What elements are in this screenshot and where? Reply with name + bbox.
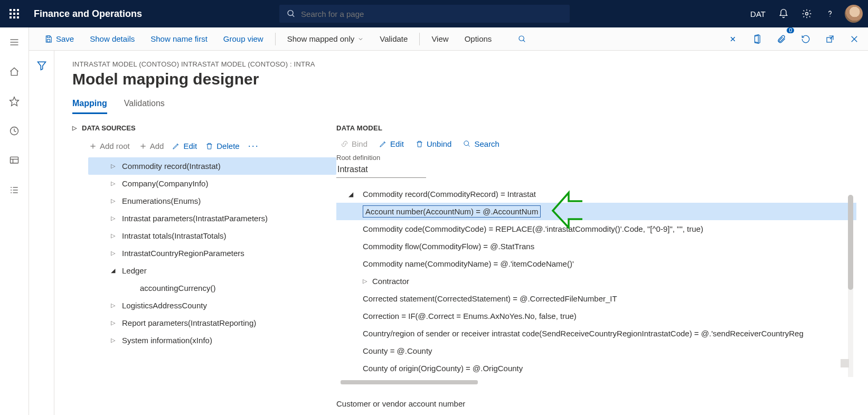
tree-item[interactable]: ▷Intrastat totals(IntrastatTotals) xyxy=(88,227,336,244)
resize-handle[interactable] xyxy=(841,359,849,367)
tree-item[interactable]: ▷Enumerations(Enums) xyxy=(88,192,336,210)
divider xyxy=(419,33,420,45)
svg-point-20 xyxy=(519,36,524,41)
tree-item[interactable]: ▷Commodity record(Intrastat) xyxy=(88,157,336,175)
app-launcher-icon[interactable] xyxy=(5,5,23,23)
dm-tree-item[interactable]: County of origin(OrigCounty) = @.OrigCou… xyxy=(336,360,856,377)
infolog-icon[interactable] xyxy=(724,31,741,48)
horizontal-scrollbar[interactable] xyxy=(341,380,478,384)
filter-icon[interactable] xyxy=(36,60,47,415)
data-model-tree: ◢Commodity record(CommodityRecord) = Int… xyxy=(336,185,856,377)
modules-icon[interactable] xyxy=(6,182,23,199)
search-icon xyxy=(287,9,296,18)
delete-button[interactable]: Delete xyxy=(205,142,239,150)
content-area: INTRASTAT MODEL (CONTOSO) INTRASTAT MODE… xyxy=(54,51,868,415)
star-icon[interactable] xyxy=(6,93,23,110)
tree-item[interactable]: ◢Ledger xyxy=(88,262,336,279)
collapse-icon[interactable]: ▷ xyxy=(72,125,77,131)
page-title: Model mapping designer xyxy=(72,70,856,88)
status-text: Customer or vendor account number xyxy=(336,399,856,408)
svg-point-28 xyxy=(464,141,469,146)
dm-tree-item[interactable]: Corrected statement(CorrectedStatement) … xyxy=(336,290,856,307)
tree-item[interactable]: ▷Intrastat parameters(IntrastatParameter… xyxy=(88,210,336,227)
tabs: Mapping Validations xyxy=(72,99,856,115)
hamburger-icon[interactable] xyxy=(6,34,23,51)
dm-tree-item[interactable]: Commodity name(CommodityName) = @.'itemC… xyxy=(336,255,856,272)
dm-tree-item[interactable]: Correction = IF(@.Correct = Enums.AxNoYe… xyxy=(336,307,856,325)
workspace-icon[interactable] xyxy=(6,152,23,169)
data-sources-panel: ▷ DATA SOURCES ＋Add root ＋Add Edit Delet… xyxy=(72,124,336,410)
svg-point-2 xyxy=(806,13,808,15)
gear-icon[interactable] xyxy=(798,5,815,22)
vertical-scrollbar[interactable] xyxy=(848,195,853,377)
top-nav-bar: Finance and Operations DAT xyxy=(0,0,868,27)
popout-icon[interactable] xyxy=(822,31,838,48)
scrollbar-thumb[interactable] xyxy=(848,195,853,290)
dm-tree-item[interactable]: Commodity flow(CommodityFlow) = @.StatTr… xyxy=(336,238,856,255)
dm-tree-item[interactable]: Commodity code(CommodityCode) = REPLACE(… xyxy=(336,220,856,238)
tree-item[interactable]: ▷Report parameters(IntrastatReporting) xyxy=(88,314,336,332)
close-icon[interactable] xyxy=(846,31,863,48)
group-view-button[interactable]: Group view xyxy=(216,31,271,46)
tree-item[interactable]: ▷Company(CompanyInfo) xyxy=(88,175,336,192)
svg-line-1 xyxy=(293,15,295,17)
bind-button: Bind xyxy=(341,139,367,148)
data-sources-toolbar: ＋Add root ＋Add Edit Delete ··· xyxy=(88,139,336,152)
company-code[interactable]: DAT xyxy=(747,10,769,18)
options-button[interactable]: Options xyxy=(457,31,499,46)
avatar[interactable] xyxy=(845,5,863,23)
unbind-button[interactable]: Unbind xyxy=(416,139,452,148)
dm-tree-root[interactable]: ◢Commodity record(CommodityRecord) = Int… xyxy=(336,185,856,203)
home-icon[interactable] xyxy=(6,63,23,80)
root-definition-value[interactable]: Intrastat xyxy=(336,163,426,178)
dm-edit-button[interactable]: Edit xyxy=(379,139,404,148)
refresh-icon[interactable] xyxy=(797,31,814,48)
tree-item[interactable]: accountingCurrency() xyxy=(88,279,336,297)
edit-button[interactable]: Edit xyxy=(172,142,197,150)
dm-search-button[interactable]: Search xyxy=(463,139,499,148)
dm-tree-item[interactable]: County = @.County xyxy=(336,342,856,360)
chevron-down-icon xyxy=(357,36,364,42)
attachments-icon[interactable]: 0 xyxy=(773,31,790,48)
data-model-header: DATA MODEL xyxy=(336,124,856,132)
save-button[interactable]: Save xyxy=(37,31,81,46)
data-sources-tree: ▷Commodity record(Intrastat) ▷Company(Co… xyxy=(88,157,336,349)
show-details-button[interactable]: Show details xyxy=(82,31,142,46)
tab-mapping[interactable]: Mapping xyxy=(72,99,107,114)
svg-line-29 xyxy=(468,145,470,146)
left-rail xyxy=(0,27,29,415)
more-icon[interactable]: ··· xyxy=(248,140,259,152)
command-bar: Save Show details Show name first Group … xyxy=(0,27,868,51)
tree-item[interactable]: ▷LogisticsAddressCounty xyxy=(88,297,336,314)
divider xyxy=(275,33,276,45)
search-input[interactable] xyxy=(301,10,562,18)
breadcrumb: INTRASTAT MODEL (CONTOSO) INTRASTAT MODE… xyxy=(72,60,856,68)
add-root-button[interactable]: ＋Add root xyxy=(88,139,130,152)
dm-tree-item[interactable]: ▷Contractor xyxy=(336,272,856,290)
svg-rect-9 xyxy=(11,157,18,163)
svg-point-0 xyxy=(288,11,293,16)
page-body: INTRASTAT MODEL (CONTOSO) INTRASTAT MODE… xyxy=(29,51,868,415)
show-mapped-only-dropdown[interactable]: Show mapped only xyxy=(280,31,372,46)
tab-validations[interactable]: Validations xyxy=(124,99,165,114)
filter-strip xyxy=(29,51,54,415)
view-button[interactable]: View xyxy=(424,31,456,46)
help-icon[interactable] xyxy=(822,5,838,22)
svg-rect-19 xyxy=(47,39,50,42)
search-box[interactable] xyxy=(279,5,570,23)
data-model-toolbar: Bind Edit Unbind Search xyxy=(341,139,856,148)
tree-item[interactable]: ▷IntrastatCountryRegionParameters xyxy=(88,244,336,262)
show-name-first-button[interactable]: Show name first xyxy=(143,31,215,46)
dm-tree-item[interactable]: Account number(AccountNum) = @.AccountNu… xyxy=(336,203,856,220)
svg-rect-18 xyxy=(47,36,50,37)
validate-button[interactable]: Validate xyxy=(372,31,415,46)
add-button[interactable]: ＋Add xyxy=(138,139,164,152)
svg-line-21 xyxy=(523,40,525,42)
dm-tree-item[interactable]: Country/region of sender or receiver int… xyxy=(336,325,856,342)
bell-icon[interactable] xyxy=(775,5,792,22)
office-icon[interactable] xyxy=(749,31,766,48)
search-command-icon[interactable] xyxy=(511,32,534,46)
tree-item[interactable]: ▷System information(xInfo) xyxy=(88,332,336,349)
root-definition-label: Root definition xyxy=(336,154,856,162)
recent-icon[interactable] xyxy=(6,122,23,139)
